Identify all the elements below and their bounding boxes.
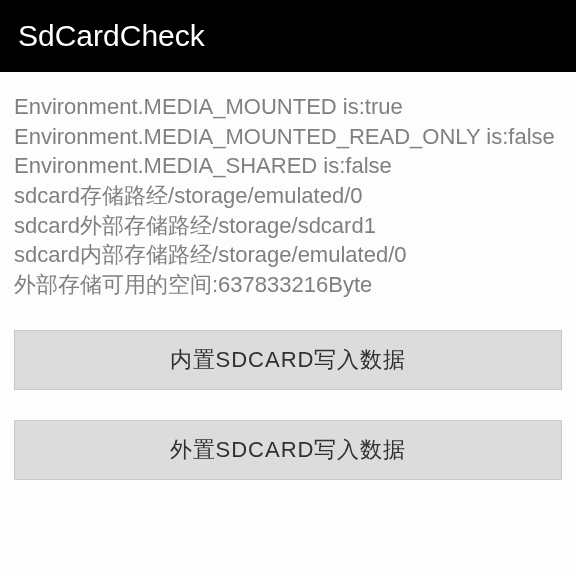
write-external-sdcard-button[interactable]: 外置SDCARD写入数据 bbox=[14, 420, 562, 480]
button-container: 内置SDCARD写入数据 外置SDCARD写入数据 bbox=[0, 330, 576, 510]
info-line: sdcard内部存储路经/storage/emulated/0 bbox=[14, 240, 562, 270]
info-line: sdcard存储路经/storage/emulated/0 bbox=[14, 181, 562, 211]
info-line: Environment.MEDIA_SHARED is:false bbox=[14, 151, 562, 181]
write-internal-sdcard-button[interactable]: 内置SDCARD写入数据 bbox=[14, 330, 562, 390]
info-block: Environment.MEDIA_MOUNTED is:true Enviro… bbox=[14, 92, 562, 300]
info-line: Environment.MEDIA_MOUNTED_READ_ONLY is:f… bbox=[14, 122, 562, 152]
title-bar: SdCardCheck bbox=[0, 0, 576, 72]
page-title: SdCardCheck bbox=[18, 19, 205, 53]
info-line: Environment.MEDIA_MOUNTED is:true bbox=[14, 92, 562, 122]
info-line: 外部存储可用的空间:637833216Byte bbox=[14, 270, 562, 300]
content-area: Environment.MEDIA_MOUNTED is:true Enviro… bbox=[0, 72, 576, 300]
info-line: sdcard外部存储路经/storage/sdcard1 bbox=[14, 211, 562, 241]
